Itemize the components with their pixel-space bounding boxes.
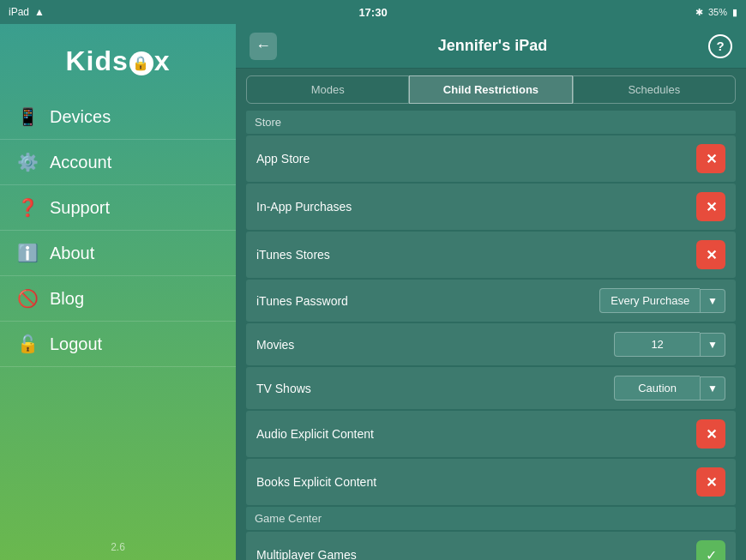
status-right: ✱ 35% ▮ bbox=[695, 7, 737, 18]
logo-text: Kids🔒x bbox=[65, 45, 170, 76]
sidebar-item-label: Logout bbox=[50, 334, 102, 354]
help-button[interactable]: ? bbox=[708, 34, 732, 58]
main-layout: Kids🔒x 📱 Devices ⚙️ Account ❓ Support ℹ️… bbox=[0, 24, 746, 560]
sidebar-item-about[interactable]: ℹ️ About bbox=[0, 231, 236, 276]
section-header-game-center: Game Center bbox=[246, 507, 736, 530]
restrictions-list: Store App Store ✕ In-App Purchases ✕ iTu… bbox=[236, 104, 746, 560]
blog-icon: 🚫 bbox=[17, 288, 38, 309]
in-app-purchases-toggle[interactable]: ✕ bbox=[696, 192, 725, 221]
row-itunes-password: iTunes Password Every Purchase ▼ bbox=[246, 280, 736, 322]
in-app-purchases-label: In-App Purchases bbox=[256, 200, 352, 214]
row-app-store: App Store ✕ bbox=[246, 135, 736, 182]
tab-schedules[interactable]: Schedules bbox=[573, 75, 736, 104]
sidebar: Kids🔒x 📱 Devices ⚙️ Account ❓ Support ℹ️… bbox=[0, 24, 236, 560]
status-bar: iPad ▲ 17:30 ✱ 35% ▮ bbox=[0, 0, 746, 24]
sidebar-item-logout[interactable]: 🔓 Logout bbox=[0, 322, 236, 367]
battery-icon: ▮ bbox=[732, 7, 737, 18]
row-movies: Movies 12 ▼ bbox=[246, 323, 736, 365]
movies-arrow[interactable]: ▼ bbox=[700, 333, 725, 357]
sidebar-item-devices[interactable]: 📱 Devices bbox=[0, 94, 236, 140]
row-audio-explicit: Audio Explicit Content ✕ bbox=[246, 411, 736, 457]
sidebar-item-label: Support bbox=[50, 198, 110, 218]
content-header: ← Jennifer's iPad ? bbox=[236, 24, 746, 69]
account-icon: ⚙️ bbox=[17, 152, 38, 172]
tab-modes-label: Modes bbox=[311, 83, 345, 96]
back-icon: ← bbox=[256, 37, 271, 55]
multiplayer-games-label: Multiplayer Games bbox=[256, 548, 357, 560]
itunes-password-value: Every Purchase bbox=[599, 288, 700, 313]
content-area: ← Jennifer's iPad ? Modes Child Restrict… bbox=[236, 24, 746, 560]
sidebar-nav: 📱 Devices ⚙️ Account ❓ Support ℹ️ About … bbox=[0, 94, 236, 534]
tab-modes[interactable]: Modes bbox=[246, 75, 409, 104]
sidebar-version: 2.6 bbox=[0, 534, 236, 560]
support-icon: ❓ bbox=[17, 197, 38, 218]
audio-explicit-toggle[interactable]: ✕ bbox=[696, 419, 725, 449]
row-in-app-purchases: In-App Purchases ✕ bbox=[246, 184, 736, 230]
movies-label: Movies bbox=[256, 338, 294, 352]
movies-value: 12 bbox=[614, 332, 700, 357]
sidebar-item-label: Devices bbox=[50, 107, 111, 127]
section-game-center-label: Game Center bbox=[255, 512, 322, 525]
audio-explicit-label: Audio Explicit Content bbox=[256, 427, 374, 441]
sidebar-item-label: Account bbox=[50, 153, 111, 172]
itunes-password-dropdown[interactable]: Every Purchase ▼ bbox=[599, 288, 725, 313]
wifi-icon: ▲ bbox=[34, 6, 45, 18]
tv-shows-arrow[interactable]: ▼ bbox=[700, 376, 725, 400]
movies-dropdown[interactable]: 12 ▼ bbox=[614, 332, 725, 357]
itunes-stores-toggle[interactable]: ✕ bbox=[696, 240, 725, 269]
itunes-password-arrow[interactable]: ▼ bbox=[700, 289, 725, 313]
help-icon: ? bbox=[716, 39, 724, 53]
logo-icon: 🔒 bbox=[129, 51, 153, 75]
sidebar-logo: Kids🔒x bbox=[0, 33, 236, 94]
row-books-explicit: Books Explicit Content ✕ bbox=[246, 459, 736, 505]
back-button[interactable]: ← bbox=[250, 33, 277, 60]
row-multiplayer-games: Multiplayer Games ✓ bbox=[246, 532, 736, 560]
tab-child-restrictions-label: Child Restrictions bbox=[443, 83, 538, 96]
row-itunes-stores: iTunes Stores ✕ bbox=[246, 232, 736, 278]
sidebar-item-support[interactable]: ❓ Support bbox=[0, 185, 236, 231]
tab-child-restrictions[interactable]: Child Restrictions bbox=[409, 75, 572, 104]
itunes-password-label: iTunes Password bbox=[256, 294, 348, 308]
section-store-label: Store bbox=[255, 116, 281, 129]
sidebar-item-account[interactable]: ⚙️ Account bbox=[0, 140, 236, 185]
books-explicit-toggle[interactable]: ✕ bbox=[696, 467, 725, 497]
carrier-label: iPad bbox=[9, 6, 29, 18]
sidebar-item-blog[interactable]: 🚫 Blog bbox=[0, 276, 236, 322]
about-icon: ℹ️ bbox=[17, 243, 38, 263]
tv-shows-dropdown[interactable]: Caution ▼ bbox=[614, 376, 725, 400]
tv-shows-label: TV Shows bbox=[256, 382, 311, 395]
row-tv-shows: TV Shows Caution ▼ bbox=[246, 367, 736, 409]
status-time: 17:30 bbox=[358, 6, 387, 19]
app-store-toggle[interactable]: ✕ bbox=[696, 144, 725, 173]
asterisk-icon: ✱ bbox=[695, 7, 703, 18]
logout-icon: 🔓 bbox=[17, 334, 38, 354]
tv-shows-value: Caution bbox=[614, 376, 700, 400]
status-left: iPad ▲ bbox=[9, 6, 45, 18]
itunes-stores-label: iTunes Stores bbox=[256, 248, 330, 262]
device-icon: 📱 bbox=[17, 106, 38, 127]
tabs-bar: Modes Child Restrictions Schedules bbox=[236, 69, 746, 104]
battery-label: 35% bbox=[708, 7, 727, 17]
app-store-label: App Store bbox=[256, 152, 310, 166]
books-explicit-label: Books Explicit Content bbox=[256, 475, 376, 489]
content-title: Jennifer's iPad bbox=[438, 37, 547, 55]
sidebar-item-label: About bbox=[50, 244, 94, 263]
sidebar-item-label: Blog bbox=[50, 289, 84, 309]
multiplayer-games-toggle[interactable]: ✓ bbox=[696, 540, 725, 560]
section-header-store: Store bbox=[246, 111, 736, 134]
tab-schedules-label: Schedules bbox=[628, 83, 680, 96]
